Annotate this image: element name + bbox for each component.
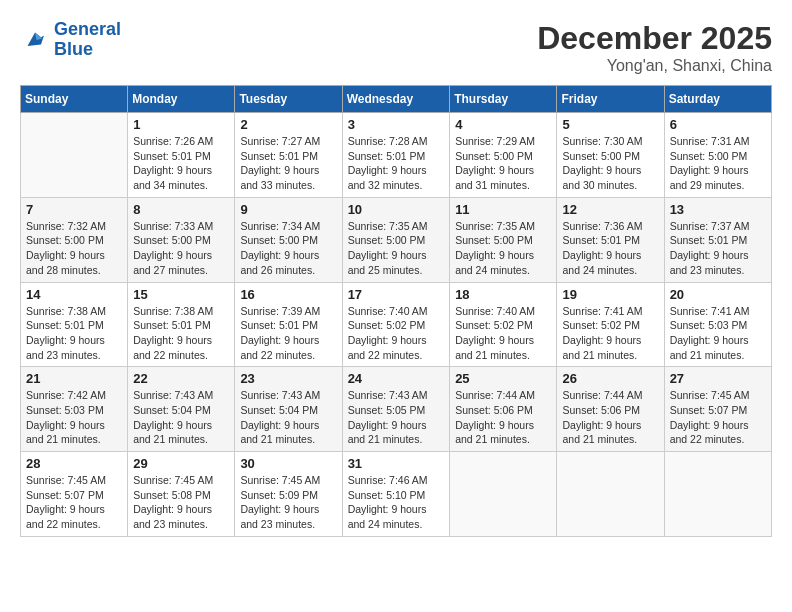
- day-number: 4: [455, 117, 551, 132]
- calendar-cell: 31Sunrise: 7:46 AM Sunset: 5:10 PM Dayli…: [342, 452, 450, 537]
- calendar-cell: 1Sunrise: 7:26 AM Sunset: 5:01 PM Daylig…: [128, 113, 235, 198]
- day-number: 14: [26, 287, 122, 302]
- calendar-cell: 29Sunrise: 7:45 AM Sunset: 5:08 PM Dayli…: [128, 452, 235, 537]
- day-info: Sunrise: 7:35 AM Sunset: 5:00 PM Dayligh…: [455, 219, 551, 278]
- day-info: Sunrise: 7:37 AM Sunset: 5:01 PM Dayligh…: [670, 219, 766, 278]
- week-row-1: 1Sunrise: 7:26 AM Sunset: 5:01 PM Daylig…: [21, 113, 772, 198]
- day-info: Sunrise: 7:40 AM Sunset: 5:02 PM Dayligh…: [455, 304, 551, 363]
- day-info: Sunrise: 7:34 AM Sunset: 5:00 PM Dayligh…: [240, 219, 336, 278]
- day-number: 1: [133, 117, 229, 132]
- calendar-cell: 15Sunrise: 7:38 AM Sunset: 5:01 PM Dayli…: [128, 282, 235, 367]
- calendar-cell: 10Sunrise: 7:35 AM Sunset: 5:00 PM Dayli…: [342, 197, 450, 282]
- day-info: Sunrise: 7:39 AM Sunset: 5:01 PM Dayligh…: [240, 304, 336, 363]
- calendar-cell: 5Sunrise: 7:30 AM Sunset: 5:00 PM Daylig…: [557, 113, 664, 198]
- day-info: Sunrise: 7:40 AM Sunset: 5:02 PM Dayligh…: [348, 304, 445, 363]
- calendar-cell: 24Sunrise: 7:43 AM Sunset: 5:05 PM Dayli…: [342, 367, 450, 452]
- calendar-cell: 19Sunrise: 7:41 AM Sunset: 5:02 PM Dayli…: [557, 282, 664, 367]
- day-info: Sunrise: 7:43 AM Sunset: 5:05 PM Dayligh…: [348, 388, 445, 447]
- week-row-5: 28Sunrise: 7:45 AM Sunset: 5:07 PM Dayli…: [21, 452, 772, 537]
- weekday-header-wednesday: Wednesday: [342, 86, 450, 113]
- calendar-cell: 4Sunrise: 7:29 AM Sunset: 5:00 PM Daylig…: [450, 113, 557, 198]
- week-row-2: 7Sunrise: 7:32 AM Sunset: 5:00 PM Daylig…: [21, 197, 772, 282]
- calendar-cell: 7Sunrise: 7:32 AM Sunset: 5:00 PM Daylig…: [21, 197, 128, 282]
- day-number: 9: [240, 202, 336, 217]
- calendar-cell: 22Sunrise: 7:43 AM Sunset: 5:04 PM Dayli…: [128, 367, 235, 452]
- weekday-header-thursday: Thursday: [450, 86, 557, 113]
- weekday-header-monday: Monday: [128, 86, 235, 113]
- day-info: Sunrise: 7:27 AM Sunset: 5:01 PM Dayligh…: [240, 134, 336, 193]
- day-info: Sunrise: 7:36 AM Sunset: 5:01 PM Dayligh…: [562, 219, 658, 278]
- week-row-3: 14Sunrise: 7:38 AM Sunset: 5:01 PM Dayli…: [21, 282, 772, 367]
- weekday-header-sunday: Sunday: [21, 86, 128, 113]
- calendar-cell: 14Sunrise: 7:38 AM Sunset: 5:01 PM Dayli…: [21, 282, 128, 367]
- calendar-cell: 25Sunrise: 7:44 AM Sunset: 5:06 PM Dayli…: [450, 367, 557, 452]
- calendar-cell: 26Sunrise: 7:44 AM Sunset: 5:06 PM Dayli…: [557, 367, 664, 452]
- day-number: 12: [562, 202, 658, 217]
- calendar-cell: 2Sunrise: 7:27 AM Sunset: 5:01 PM Daylig…: [235, 113, 342, 198]
- day-info: Sunrise: 7:38 AM Sunset: 5:01 PM Dayligh…: [133, 304, 229, 363]
- month-title: December 2025: [537, 20, 772, 57]
- day-number: 13: [670, 202, 766, 217]
- calendar-cell: 18Sunrise: 7:40 AM Sunset: 5:02 PM Dayli…: [450, 282, 557, 367]
- day-info: Sunrise: 7:35 AM Sunset: 5:00 PM Dayligh…: [348, 219, 445, 278]
- calendar-cell: 9Sunrise: 7:34 AM Sunset: 5:00 PM Daylig…: [235, 197, 342, 282]
- day-number: 15: [133, 287, 229, 302]
- day-number: 31: [348, 456, 445, 471]
- day-info: Sunrise: 7:32 AM Sunset: 5:00 PM Dayligh…: [26, 219, 122, 278]
- day-number: 20: [670, 287, 766, 302]
- calendar-cell: [21, 113, 128, 198]
- day-info: Sunrise: 7:45 AM Sunset: 5:07 PM Dayligh…: [670, 388, 766, 447]
- calendar-cell: 23Sunrise: 7:43 AM Sunset: 5:04 PM Dayli…: [235, 367, 342, 452]
- day-number: 28: [26, 456, 122, 471]
- day-number: 30: [240, 456, 336, 471]
- day-info: Sunrise: 7:41 AM Sunset: 5:02 PM Dayligh…: [562, 304, 658, 363]
- calendar-table: SundayMondayTuesdayWednesdayThursdayFrid…: [20, 85, 772, 537]
- day-info: Sunrise: 7:45 AM Sunset: 5:07 PM Dayligh…: [26, 473, 122, 532]
- day-info: Sunrise: 7:45 AM Sunset: 5:08 PM Dayligh…: [133, 473, 229, 532]
- calendar-cell: 16Sunrise: 7:39 AM Sunset: 5:01 PM Dayli…: [235, 282, 342, 367]
- calendar-cell: 17Sunrise: 7:40 AM Sunset: 5:02 PM Dayli…: [342, 282, 450, 367]
- day-number: 3: [348, 117, 445, 132]
- day-info: Sunrise: 7:44 AM Sunset: 5:06 PM Dayligh…: [562, 388, 658, 447]
- day-number: 6: [670, 117, 766, 132]
- calendar-cell: 6Sunrise: 7:31 AM Sunset: 5:00 PM Daylig…: [664, 113, 771, 198]
- day-number: 8: [133, 202, 229, 217]
- day-info: Sunrise: 7:41 AM Sunset: 5:03 PM Dayligh…: [670, 304, 766, 363]
- day-info: Sunrise: 7:38 AM Sunset: 5:01 PM Dayligh…: [26, 304, 122, 363]
- day-number: 19: [562, 287, 658, 302]
- calendar-cell: 27Sunrise: 7:45 AM Sunset: 5:07 PM Dayli…: [664, 367, 771, 452]
- day-info: Sunrise: 7:31 AM Sunset: 5:00 PM Dayligh…: [670, 134, 766, 193]
- calendar-cell: [664, 452, 771, 537]
- day-number: 26: [562, 371, 658, 386]
- day-number: 18: [455, 287, 551, 302]
- calendar-cell: 3Sunrise: 7:28 AM Sunset: 5:01 PM Daylig…: [342, 113, 450, 198]
- logo-line1: General: [54, 19, 121, 39]
- calendar-cell: [557, 452, 664, 537]
- day-info: Sunrise: 7:33 AM Sunset: 5:00 PM Dayligh…: [133, 219, 229, 278]
- weekday-header-friday: Friday: [557, 86, 664, 113]
- day-number: 2: [240, 117, 336, 132]
- calendar-cell: 20Sunrise: 7:41 AM Sunset: 5:03 PM Dayli…: [664, 282, 771, 367]
- weekday-header-tuesday: Tuesday: [235, 86, 342, 113]
- day-number: 16: [240, 287, 336, 302]
- day-info: Sunrise: 7:26 AM Sunset: 5:01 PM Dayligh…: [133, 134, 229, 193]
- calendar-cell: 11Sunrise: 7:35 AM Sunset: 5:00 PM Dayli…: [450, 197, 557, 282]
- calendar-cell: 28Sunrise: 7:45 AM Sunset: 5:07 PM Dayli…: [21, 452, 128, 537]
- page-header: General Blue December 2025 Yong'an, Shan…: [20, 20, 772, 75]
- calendar-cell: 30Sunrise: 7:45 AM Sunset: 5:09 PM Dayli…: [235, 452, 342, 537]
- calendar-cell: 12Sunrise: 7:36 AM Sunset: 5:01 PM Dayli…: [557, 197, 664, 282]
- logo-icon: [20, 25, 50, 55]
- day-info: Sunrise: 7:28 AM Sunset: 5:01 PM Dayligh…: [348, 134, 445, 193]
- day-number: 25: [455, 371, 551, 386]
- day-number: 10: [348, 202, 445, 217]
- weekday-header-row: SundayMondayTuesdayWednesdayThursdayFrid…: [21, 86, 772, 113]
- calendar-cell: 13Sunrise: 7:37 AM Sunset: 5:01 PM Dayli…: [664, 197, 771, 282]
- week-row-4: 21Sunrise: 7:42 AM Sunset: 5:03 PM Dayli…: [21, 367, 772, 452]
- day-number: 27: [670, 371, 766, 386]
- logo-text: General Blue: [54, 20, 121, 60]
- day-info: Sunrise: 7:42 AM Sunset: 5:03 PM Dayligh…: [26, 388, 122, 447]
- day-info: Sunrise: 7:46 AM Sunset: 5:10 PM Dayligh…: [348, 473, 445, 532]
- day-number: 7: [26, 202, 122, 217]
- day-info: Sunrise: 7:45 AM Sunset: 5:09 PM Dayligh…: [240, 473, 336, 532]
- day-info: Sunrise: 7:44 AM Sunset: 5:06 PM Dayligh…: [455, 388, 551, 447]
